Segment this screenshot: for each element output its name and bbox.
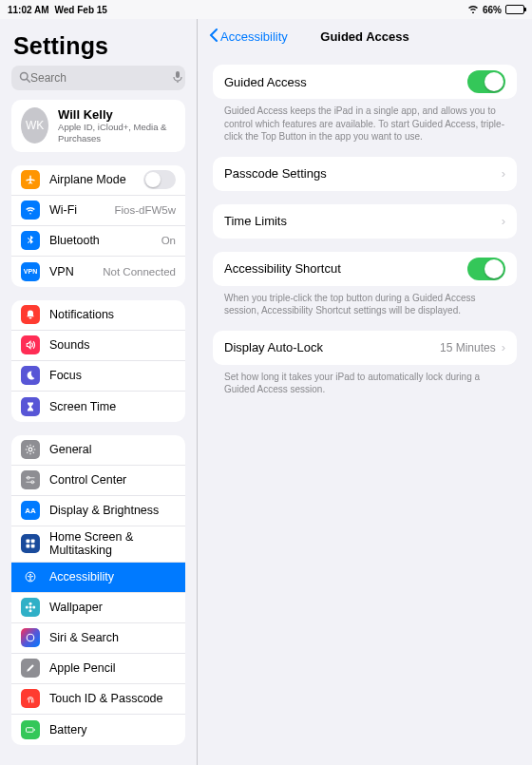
sidebar-item-vpn[interactable]: VPN VPN Not Connected [11, 257, 185, 287]
sidebar-item-bluetooth[interactable]: Bluetooth On [11, 226, 185, 257]
moon-icon [21, 366, 40, 385]
row-guided-access[interactable]: Guided Access [213, 65, 517, 99]
sidebar-item-accessibility[interactable]: Accessibility [11, 563, 185, 593]
svg-rect-11 [31, 545, 35, 548]
sidebar-item-label: Wi-Fi [49, 203, 114, 217]
battery-icon [505, 5, 524, 14]
grid-icon [21, 534, 40, 553]
group-general: General Control Center AA Display & Brig… [11, 435, 185, 745]
chevron-left-icon [209, 29, 218, 45]
sidebar-item-touchid[interactable]: Touch ID & Passcode [11, 684, 185, 715]
settings-title: Settings [0, 19, 197, 66]
sliders-icon [21, 470, 40, 489]
sidebar-item-battery[interactable]: Battery [11, 715, 185, 745]
svg-rect-10 [27, 545, 30, 548]
row-passcode-settings[interactable]: Passcode Settings › [213, 157, 517, 191]
svg-rect-20 [27, 728, 34, 733]
flower-icon [21, 598, 40, 617]
sidebar-item-sounds[interactable]: Sounds [11, 331, 185, 361]
status-date: Wed Feb 15 [55, 5, 107, 15]
svg-point-16 [29, 610, 32, 613]
svg-point-15 [29, 602, 32, 605]
bluetooth-icon [21, 231, 40, 250]
guided-access-toggle[interactable] [467, 70, 505, 93]
sidebar-item-label: Wallpaper [49, 601, 176, 614]
settings-sidebar: Settings WK Will Kelly Apple ID, iCloud+… [0, 19, 198, 765]
shortcut-toggle[interactable] [467, 258, 505, 280]
search-icon [19, 71, 30, 86]
wifi-value: Fios-dFW5w [114, 204, 176, 216]
chevron-right-icon: › [502, 166, 505, 181]
avatar: WK [21, 107, 48, 143]
svg-point-18 [32, 606, 35, 609]
airplane-toggle[interactable] [143, 170, 176, 189]
search-field[interactable] [11, 66, 185, 90]
gear-icon [21, 440, 40, 459]
sidebar-item-label: Home Screen & Multitasking [49, 530, 176, 557]
group-alerts: Notifications Sounds Focus Screen Time [11, 300, 185, 422]
group-connectivity: Airplane Mode Wi-Fi Fios-dFW5w Bluetooth… [11, 165, 185, 287]
svg-rect-2 [176, 71, 180, 78]
sidebar-item-label: Siri & Search [49, 631, 176, 644]
sidebar-item-label: Touch ID & Passcode [49, 692, 176, 705]
sidebar-item-label: Focus [49, 369, 176, 382]
detail-pane: Accessibility Guided Access Guided Acces… [198, 19, 532, 765]
svg-rect-21 [34, 729, 35, 731]
sidebar-item-notifications[interactable]: Notifications [11, 300, 185, 331]
battery-icon [21, 720, 40, 739]
sidebar-item-general[interactable]: General [11, 435, 185, 466]
svg-rect-8 [27, 540, 30, 544]
footer-autolock: Set how long it takes your iPad to autom… [213, 365, 517, 396]
sidebar-item-display[interactable]: AA Display & Brightness [11, 496, 185, 526]
back-button[interactable]: Accessibility [209, 29, 288, 45]
svg-point-19 [27, 635, 34, 642]
svg-rect-9 [31, 540, 35, 544]
mic-icon[interactable] [173, 70, 182, 86]
row-accessibility-shortcut[interactable]: Accessibility Shortcut [213, 252, 517, 286]
hourglass-icon [21, 397, 40, 416]
speaker-icon [21, 335, 40, 354]
sidebar-item-screentime[interactable]: Screen Time [11, 392, 185, 422]
svg-point-17 [26, 606, 28, 609]
row-label: Guided Access [224, 75, 467, 89]
sidebar-item-label: Sounds [49, 338, 176, 352]
profile-card[interactable]: WK Will Kelly Apple ID, iCloud+, Media &… [11, 100, 185, 152]
vpn-value: Not Connected [103, 266, 176, 277]
row-label: Time Limits [224, 214, 502, 228]
sidebar-item-label: Screen Time [49, 400, 176, 413]
chevron-right-icon: › [502, 340, 505, 354]
sidebar-item-pencil[interactable]: Apple Pencil [11, 654, 185, 684]
sidebar-item-siri[interactable]: Siri & Search [11, 623, 185, 654]
status-bar: 11:02 AM Wed Feb 15 66% [0, 0, 532, 19]
svg-point-13 [29, 574, 31, 576]
footer-guided-access: Guided Access keeps the iPad in a single… [213, 99, 517, 143]
search-input[interactable] [30, 71, 173, 85]
wifi-icon [21, 201, 40, 220]
row-label: Accessibility Shortcut [224, 261, 467, 276]
sidebar-item-airplane[interactable]: Airplane Mode [11, 165, 185, 196]
svg-line-1 [27, 79, 29, 82]
sidebar-item-label: Apple Pencil [49, 661, 176, 675]
sidebar-item-label: Accessibility [49, 570, 176, 583]
sidebar-item-label: Control Center [49, 473, 176, 487]
sidebar-item-control-center[interactable]: Control Center [11, 466, 185, 496]
bluetooth-value: On [162, 235, 176, 246]
battery-label: 66% [483, 5, 502, 15]
pencil-icon [21, 659, 40, 678]
bell-icon [21, 305, 40, 324]
svg-point-3 [28, 448, 32, 451]
footer-shortcut: When you triple-click the top button dur… [213, 286, 517, 317]
sidebar-item-focus[interactable]: Focus [11, 361, 185, 392]
sidebar-item-label: Display & Brightness [49, 504, 176, 517]
detail-header: Accessibility Guided Access [198, 19, 532, 53]
row-label: Display Auto-Lock [224, 340, 440, 354]
row-display-autolock[interactable]: Display Auto-Lock 15 Minutes › [213, 331, 517, 365]
row-time-limits[interactable]: Time Limits › [213, 204, 517, 239]
sidebar-item-home-screen[interactable]: Home Screen & Multitasking [11, 526, 185, 563]
autolock-value: 15 Minutes [440, 341, 496, 354]
wifi-icon [467, 4, 479, 15]
sidebar-item-label: Notifications [49, 308, 176, 321]
sidebar-item-wallpaper[interactable]: Wallpaper [11, 593, 185, 623]
status-time: 11:02 AM [8, 5, 49, 15]
sidebar-item-wifi[interactable]: Wi-Fi Fios-dFW5w [11, 196, 185, 226]
